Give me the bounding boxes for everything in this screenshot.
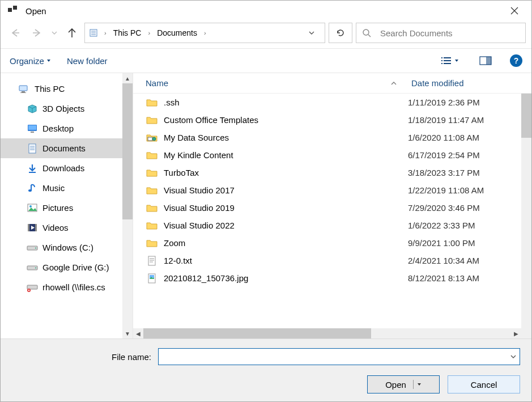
filename-combobox[interactable] <box>158 348 520 365</box>
sidebar-item-this-pc[interactable]: This PC <box>1 79 122 99</box>
sidebar-item[interactable]: Music <box>1 178 122 198</box>
sidebar-item[interactable]: Google Drive (G:) <box>1 257 122 277</box>
filename-dropdown[interactable] <box>507 354 520 359</box>
scroll-up-icon[interactable]: ▲ <box>122 73 133 83</box>
organize-label: Organize <box>10 56 44 66</box>
sidebar-item[interactable]: rhowell (\\files.cs <box>1 277 122 297</box>
chevron-down-icon <box>52 30 57 36</box>
file-date: 1/6/2022 3:33 PM <box>408 221 521 230</box>
search-icon <box>362 28 371 37</box>
close-button[interactable] <box>502 2 527 19</box>
file-date: 7/29/2020 3:46 PM <box>408 203 521 213</box>
refresh-icon <box>336 28 345 37</box>
filename-input[interactable] <box>159 349 507 365</box>
file-date: 1/6/2020 11:08 AM <box>408 133 521 142</box>
file-row[interactable]: Visual Studio 20171/22/2019 11:08 AM <box>133 181 521 199</box>
svg-rect-13 <box>441 57 442 58</box>
sidebar-item[interactable]: Windows (C:) <box>1 238 122 257</box>
open-button[interactable]: Open <box>367 375 440 393</box>
search-box[interactable] <box>356 23 526 43</box>
cancel-label: Cancel <box>471 380 497 390</box>
svg-rect-25 <box>28 125 36 130</box>
help-button[interactable]: ? <box>510 54 522 67</box>
up-button[interactable] <box>63 24 81 42</box>
pc-icon <box>19 84 30 94</box>
back-button[interactable] <box>6 24 24 42</box>
file-row[interactable]: Custom Office Templates1/18/2019 11:47 A… <box>133 111 521 129</box>
organize-menu[interactable]: Organize <box>10 56 51 66</box>
scroll-thumb[interactable] <box>143 328 371 338</box>
scroll-left-icon[interactable]: ◀ <box>133 328 143 338</box>
new-folder-button[interactable]: New folder <box>67 56 108 66</box>
file-row[interactable]: .ssh1/11/2019 2:36 PM <box>133 94 521 111</box>
breadcrumb-separator[interactable]: › <box>144 29 154 36</box>
column-name-label: Name <box>146 78 168 88</box>
main-area: This PC3D ObjectsDesktopDocumentsDownloa… <box>1 73 531 338</box>
filelist-hscrollbar[interactable]: ◀ ▶ <box>133 328 521 338</box>
netdrive-icon <box>27 282 38 293</box>
breadcrumb-separator[interactable]: › <box>201 29 210 36</box>
sidebar-item[interactable]: Videos <box>1 218 122 238</box>
sidebar-item-label: Pictures <box>42 203 73 213</box>
file-row[interactable]: Visual Studio 20221/6/2022 3:33 PM <box>133 217 521 234</box>
breadcrumb-drop[interactable] <box>309 30 322 36</box>
location-icon <box>87 28 100 37</box>
file-date: 8/12/2021 8:13 AM <box>408 273 521 283</box>
file-row[interactable]: Zoom9/9/2021 1:00 PM <box>133 234 521 252</box>
file-list: Name Date modified .ssh1/11/2019 2:36 PM… <box>133 73 531 338</box>
file-name: My Data Sources <box>164 133 408 142</box>
forward-button[interactable] <box>28 24 46 42</box>
scroll-down-icon[interactable]: ▼ <box>122 328 133 338</box>
sidebar-item[interactable]: 3D Objects <box>1 99 122 119</box>
search-input[interactable] <box>379 28 520 39</box>
file-row[interactable]: My Data Sources1/6/2020 11:08 AM <box>133 129 521 146</box>
file-row[interactable]: 20210812_150736.jpg8/12/2021 8:13 AM <box>133 269 521 287</box>
sort-indicator[interactable] <box>391 81 408 86</box>
preview-pane-button[interactable] <box>477 55 494 66</box>
file-row[interactable]: TurboTax3/18/2023 3:17 PM <box>133 164 521 181</box>
breadcrumb[interactable]: › This PC › Documents › <box>84 23 325 43</box>
sidebar-item-label: Downloads <box>42 163 84 173</box>
file-date: 1/11/2019 2:36 PM <box>408 98 521 107</box>
arrow-right-icon <box>31 27 42 39</box>
breadcrumb-separator[interactable]: › <box>101 29 110 36</box>
column-header-date[interactable]: Date modified <box>408 78 521 88</box>
folder-icon <box>146 221 158 230</box>
sidebar-item-label: Documents <box>42 143 86 153</box>
filelist-vscrollbar[interactable] <box>521 94 531 328</box>
svg-rect-27 <box>29 144 36 153</box>
scroll-right-icon[interactable]: ▶ <box>511 328 521 338</box>
scroll-thumb[interactable] <box>521 94 531 138</box>
specialfolder-icon <box>146 133 158 142</box>
column-header-name[interactable]: Name <box>133 78 391 88</box>
cube-icon <box>27 104 38 114</box>
sidebar-item[interactable]: Documents <box>1 138 122 158</box>
folder-icon <box>146 239 158 248</box>
svg-point-32 <box>28 189 32 192</box>
svg-rect-37 <box>35 224 37 231</box>
sidebar-item[interactable]: Desktop <box>1 119 122 138</box>
column-date-label: Date modified <box>411 78 464 88</box>
window-title: Open <box>25 6 46 16</box>
history-dropdown[interactable] <box>49 24 59 42</box>
breadcrumb-item[interactable]: This PC <box>111 28 144 37</box>
toolbar: Organize New folder ? <box>1 48 531 73</box>
scroll-thumb[interactable] <box>122 83 133 219</box>
file-row[interactable]: 12-0.txt2/4/2021 10:34 AM <box>133 252 521 269</box>
refresh-button[interactable] <box>329 23 352 43</box>
file-name: Zoom <box>164 238 408 248</box>
sidebar-item-label: rhowell (\\files.cs <box>42 282 105 292</box>
view-options-button[interactable] <box>439 55 461 66</box>
file-row[interactable]: My Kindle Content6/17/2019 2:54 PM <box>133 146 521 164</box>
breadcrumb-item[interactable]: Documents <box>155 28 199 37</box>
cancel-button[interactable]: Cancel <box>448 375 520 393</box>
svg-rect-46 <box>148 256 155 265</box>
file-name: 12-0.txt <box>164 256 408 265</box>
sidebar-item[interactable]: Downloads <box>1 158 122 178</box>
sidebar-scrollbar[interactable]: ▲ ▼ <box>122 73 133 338</box>
sidebar-item-label: Google Drive (G:) <box>42 263 109 272</box>
navbar: › This PC › Documents › <box>1 21 531 48</box>
folder-icon <box>146 186 158 195</box>
sidebar-item[interactable]: Pictures <box>1 198 122 218</box>
file-row[interactable]: Visual Studio 20197/29/2020 3:46 PM <box>133 199 521 217</box>
